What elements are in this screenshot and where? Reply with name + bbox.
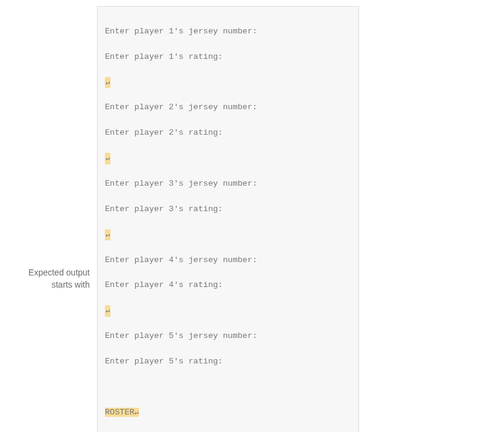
prompt-line: Enter player 5's rating: <box>105 356 351 368</box>
prompt-text: Enter player 4's jersey number: <box>105 255 257 265</box>
prompt-text: Enter player 2's jersey number: <box>105 103 257 112</box>
blank-line <box>105 381 351 394</box>
return-icon: ↵ <box>105 153 110 164</box>
prompt-line: Enter player 5's jersey number: <box>105 330 351 343</box>
prompt-text: Enter player 4's rating: <box>105 280 223 289</box>
prompt-text: Enter player 1's rating: <box>105 52 223 61</box>
return-marker: ↵ <box>105 152 351 165</box>
return-marker: ↵ <box>105 229 351 241</box>
label-line-2: starts with <box>0 279 90 291</box>
return-icon: ↵ <box>105 77 110 89</box>
prompt-line: Enter player 4's jersey number: <box>105 254 351 267</box>
prompt-text: Enter player 3's jersey number: <box>105 179 257 188</box>
return-marker: ↵ <box>105 76 351 89</box>
prompt-line: Enter player 3's jersey number: <box>105 178 351 191</box>
expected-output-box: Enter player 1's jersey number: Enter pl… <box>97 6 359 432</box>
prompt-line: Enter player 4's rating: <box>105 279 351 292</box>
expected-output-label: Expected output starts with <box>0 6 97 291</box>
prompt-text: Enter player 5's jersey number: <box>105 331 257 340</box>
return-icon: ↵ <box>105 305 110 317</box>
roster-header: ROSTER <box>105 408 135 417</box>
prompt-text: Enter player 2's rating: <box>105 128 223 137</box>
prompt-text: Enter player 3's rating: <box>105 204 223 214</box>
prompt-line: Enter player 1's rating: <box>105 51 351 64</box>
return-marker: ↵ <box>105 305 351 317</box>
prompt-text: Enter player 1's jersey number: <box>105 27 257 36</box>
prompt-line: Enter player 3's rating: <box>105 203 351 216</box>
return-icon: ↵ <box>135 407 139 419</box>
return-icon: ↵ <box>105 229 110 241</box>
prompt-text: Enter player 5's rating: <box>105 357 223 366</box>
roster-header-line: ROSTER↵ <box>105 407 351 419</box>
prompt-line: Enter player 2's rating: <box>105 127 351 140</box>
prompt-line: Enter player 1's jersey number: <box>105 25 351 38</box>
label-line-1: Expected output <box>0 267 90 279</box>
prompt-line: Enter player 2's jersey number: <box>105 101 351 114</box>
